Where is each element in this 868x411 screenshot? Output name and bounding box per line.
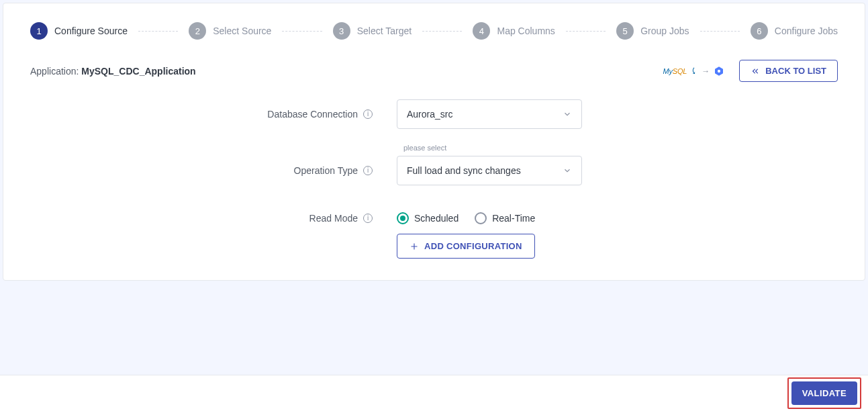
footer-bar: VALIDATE <box>0 375 868 411</box>
step-badge: 2 <box>189 22 206 40</box>
add-config-label: ADD CONFIGURATION <box>424 241 522 251</box>
select-operation-type[interactable]: Full load and sync changes <box>397 156 582 185</box>
row-add-config: ADD CONFIGURATION <box>373 234 838 259</box>
info-icon[interactable]: i <box>363 109 373 119</box>
radio-label: Scheduled <box>414 213 459 224</box>
select-database-connection[interactable]: Aurora_src <box>397 99 582 129</box>
radio-scheduled[interactable]: Scheduled <box>397 212 459 224</box>
step-configure-source[interactable]: 1 Configure Source <box>30 22 128 40</box>
radio-label: Real-Time <box>492 213 535 224</box>
radio-realtime[interactable]: Real-Time <box>475 212 535 224</box>
label-operation-type: Operation Type i <box>30 165 373 176</box>
step-badge: 3 <box>333 22 350 40</box>
info-icon[interactable]: i <box>363 166 373 175</box>
step-divider <box>138 31 178 32</box>
step-label: Configure Source <box>54 26 128 36</box>
validate-highlight: VALIDATE <box>787 377 861 409</box>
select-value: Full load and sync changes <box>407 165 521 176</box>
header-actions: MySQL ⤹ → BACK TO LIST <box>663 60 838 82</box>
chevrons-left-icon <box>751 66 760 76</box>
row-read-mode: Read Mode i Scheduled Real-Time <box>30 212 838 224</box>
step-divider <box>566 31 606 32</box>
step-label: Select Source <box>213 26 271 36</box>
step-badge: 1 <box>30 22 48 40</box>
back-button-label: BACK TO LIST <box>765 66 826 76</box>
label-read-mode: Read Mode i <box>30 213 373 224</box>
info-icon[interactable]: i <box>363 214 373 223</box>
read-mode-radios: Scheduled Real-Time <box>397 212 535 224</box>
header-row: Application: MySQL_CDC_Application MySQL… <box>30 60 838 82</box>
step-label: Select Target <box>357 26 412 36</box>
validate-label: VALIDATE <box>802 388 847 398</box>
label-database-connection: Database Connection i <box>30 109 373 120</box>
step-map-columns[interactable]: 4 Map Columns <box>473 22 554 40</box>
mysql-dolphin-icon: ⤹ <box>690 66 697 76</box>
row-database-connection: Database Connection i Aurora_src <box>30 99 838 129</box>
radio-icon <box>475 212 487 224</box>
step-select-target[interactable]: 3 Select Target <box>333 22 412 40</box>
chevron-down-icon <box>563 166 572 175</box>
step-divider <box>282 31 322 32</box>
form-area: Database Connection i Aurora_src Operati… <box>30 99 838 259</box>
step-divider <box>422 31 462 32</box>
step-badge: 4 <box>473 22 490 40</box>
wizard-stepper: 1 Configure Source 2 Select Source 3 Sel… <box>30 22 838 40</box>
step-select-source[interactable]: 2 Select Source <box>189 22 271 40</box>
svg-point-1 <box>718 69 720 72</box>
step-group-jobs[interactable]: 5 Group Jobs <box>616 22 689 40</box>
select-hint: please select <box>403 144 446 152</box>
select-value: Aurora_src <box>407 109 452 120</box>
pipeline-icon: MySQL ⤹ → <box>663 66 725 77</box>
target-bigquery-icon <box>714 66 724 77</box>
row-operation-type: Operation Type i please select Full load… <box>30 156 838 185</box>
application-label: Application: MySQL_CDC_Application <box>30 66 196 77</box>
step-badge: 6 <box>751 22 768 40</box>
step-label: Group Jobs <box>640 26 689 36</box>
app-name: MySQL_CDC_Application <box>81 66 195 77</box>
mysql-source-icon: MySQL <box>663 67 687 75</box>
app-prefix: Application: <box>30 66 81 77</box>
step-label: Map Columns <box>497 26 554 36</box>
step-configure-jobs[interactable]: 6 Configure Jobs <box>751 22 838 40</box>
arrow-icon: → <box>702 66 710 76</box>
step-badge: 5 <box>616 22 634 40</box>
plus-icon <box>409 242 419 251</box>
step-label: Configure Jobs <box>775 26 838 36</box>
chevron-down-icon <box>563 109 572 119</box>
wizard-card: 1 Configure Source 2 Select Source 3 Sel… <box>3 3 865 281</box>
step-divider <box>700 31 740 32</box>
validate-button[interactable]: VALIDATE <box>791 381 857 405</box>
radio-icon <box>397 212 409 224</box>
back-to-list-button[interactable]: BACK TO LIST <box>739 60 838 82</box>
add-configuration-button[interactable]: ADD CONFIGURATION <box>397 234 535 259</box>
